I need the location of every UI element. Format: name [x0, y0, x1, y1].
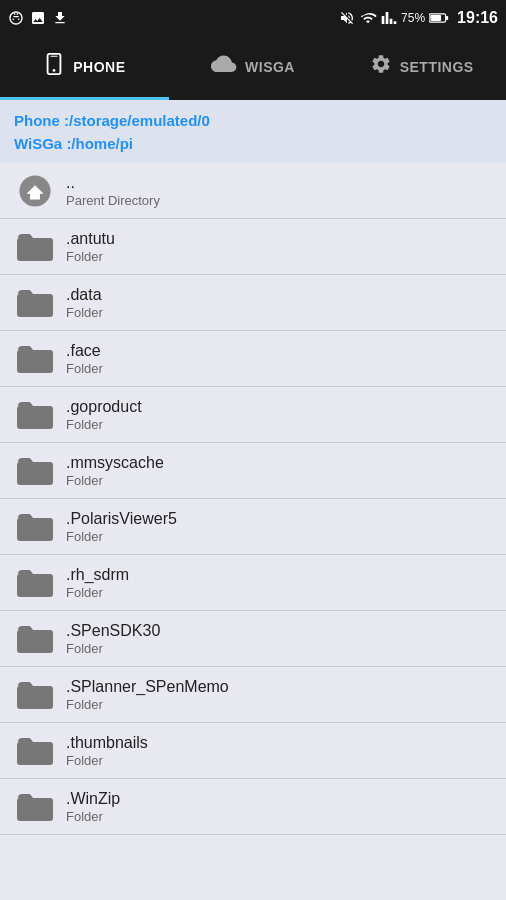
file-name: .thumbnails — [66, 734, 148, 752]
file-name: .SPenSDK30 — [66, 622, 160, 640]
list-item[interactable]: .antutuFolder — [0, 219, 506, 275]
file-name: .rh_sdrm — [66, 566, 129, 584]
phone-icon — [43, 53, 65, 80]
folder-icon — [14, 568, 56, 598]
folder-icon — [14, 792, 56, 822]
file-type: Folder — [66, 361, 103, 376]
file-type: Folder — [66, 473, 164, 488]
battery-indicator: 75% — [401, 11, 425, 25]
list-item[interactable]: .PolarisViewer5Folder — [0, 499, 506, 555]
folder-icon — [14, 680, 56, 710]
battery-icon — [429, 12, 449, 24]
file-name: .WinZip — [66, 790, 120, 808]
list-item[interactable]: .goproductFolder — [0, 387, 506, 443]
status-bar: 75% 19:16 — [0, 0, 506, 36]
folder-icon — [14, 736, 56, 766]
tab-phone[interactable]: PHONE — [0, 36, 169, 100]
svg-point-4 — [53, 69, 56, 72]
list-item[interactable]: .rh_sdrmFolder — [0, 555, 506, 611]
folder-icon — [14, 456, 56, 486]
file-name: .mmsyscache — [66, 454, 164, 472]
tab-bar: PHONE WISGA SETTINGS — [0, 36, 506, 100]
file-type: Folder — [66, 305, 103, 320]
wisga-path: WiSGa :/home/pi — [14, 133, 492, 156]
settings-icon — [370, 53, 392, 80]
file-name: .face — [66, 342, 103, 360]
folder-icon — [14, 232, 56, 262]
tab-wisga[interactable]: WISGA — [169, 36, 338, 100]
wifi-icon — [359, 10, 377, 26]
file-name: .. — [66, 174, 160, 192]
signal-icon — [381, 10, 397, 26]
file-type: Folder — [66, 585, 129, 600]
tab-settings[interactable]: SETTINGS — [337, 36, 506, 100]
file-type: Folder — [66, 417, 142, 432]
parent-icon — [14, 174, 56, 208]
file-name: .PolarisViewer5 — [66, 510, 177, 528]
file-name: .antutu — [66, 230, 115, 248]
list-item[interactable]: .SPenSDK30Folder — [0, 611, 506, 667]
file-type: Folder — [66, 753, 148, 768]
phone-path: Phone :/storage/emulated/0 — [14, 110, 492, 133]
folder-icon — [14, 400, 56, 430]
file-type: Folder — [66, 697, 229, 712]
file-list: ..Parent Directory.antutuFolder.dataFold… — [0, 163, 506, 887]
file-type: Folder — [66, 529, 177, 544]
tab-settings-label: SETTINGS — [400, 59, 474, 75]
usb-icon — [8, 10, 24, 26]
list-item[interactable]: .SPlanner_SPenMemoFolder — [0, 667, 506, 723]
tab-phone-label: PHONE — [73, 59, 125, 75]
list-item[interactable]: .dataFolder — [0, 275, 506, 331]
mute-icon — [339, 10, 355, 26]
folder-icon — [14, 624, 56, 654]
svg-rect-5 — [51, 56, 58, 57]
list-item[interactable]: ..Parent Directory — [0, 163, 506, 219]
file-type: Folder — [66, 809, 120, 824]
list-item[interactable]: .mmsyscacheFolder — [0, 443, 506, 499]
svg-rect-2 — [430, 15, 441, 21]
status-time: 19:16 — [457, 9, 498, 27]
cloud-icon — [211, 55, 237, 78]
file-type: Folder — [66, 249, 115, 264]
image-icon — [30, 10, 46, 26]
list-item[interactable]: .thumbnailsFolder — [0, 723, 506, 779]
file-type: Folder — [66, 641, 160, 656]
file-name: .goproduct — [66, 398, 142, 416]
folder-icon — [14, 344, 56, 374]
file-name: .data — [66, 286, 103, 304]
list-item[interactable]: .faceFolder — [0, 331, 506, 387]
folder-icon — [14, 288, 56, 318]
download-icon — [52, 10, 68, 26]
file-type: Parent Directory — [66, 193, 160, 208]
tab-wisga-label: WISGA — [245, 59, 295, 75]
list-item[interactable]: .WinZipFolder — [0, 779, 506, 835]
svg-rect-1 — [446, 16, 449, 20]
header-info: Phone :/storage/emulated/0 WiSGa :/home/… — [0, 100, 506, 163]
folder-icon — [14, 512, 56, 542]
file-name: .SPlanner_SPenMemo — [66, 678, 229, 696]
